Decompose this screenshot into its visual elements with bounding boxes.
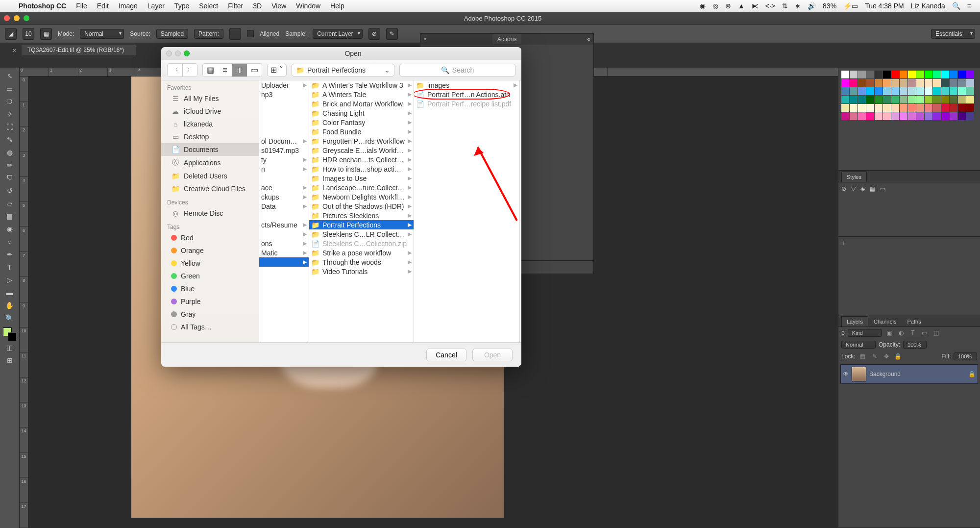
style-preset-icon[interactable]: ▽	[851, 185, 856, 192]
swatch[interactable]	[941, 112, 949, 120]
sync-icon[interactable]: ⊛	[725, 2, 731, 10]
stamp-tool[interactable]: ⛉	[2, 172, 18, 184]
sidebar-item-icloud[interactable]: ☁iCloud Drive	[161, 105, 259, 118]
sidebar-item-home[interactable]: ⌂lizkaneda	[161, 118, 259, 130]
mask-mode-icon[interactable]: ◫	[2, 341, 18, 354]
column-1[interactable]: Uploader▶np3ol Documents▶s01947.mp3ty▶n▶…	[259, 80, 309, 342]
swatch[interactable]	[866, 96, 874, 103]
swatch[interactable]	[925, 71, 932, 78]
swatch[interactable]	[850, 104, 858, 112]
swatch[interactable]	[950, 71, 957, 78]
sidebar-tag[interactable]: Green	[161, 270, 259, 282]
file-item[interactable]: 📁A Winter's Tale Workflow 3▶	[309, 80, 414, 90]
swatch[interactable]	[925, 87, 932, 95]
swatch[interactable]	[883, 71, 891, 78]
swatch[interactable]	[891, 79, 899, 87]
pressure-icon[interactable]: ✎	[386, 28, 398, 40]
sidebar-tag[interactable]: Yellow	[161, 257, 259, 270]
opacity-input[interactable]: 100%	[903, 341, 927, 349]
dialog-zoom-button[interactable]	[184, 50, 190, 56]
file-item[interactable]: 📄Sleeklens C…Collection.zip	[309, 239, 414, 248]
filter-smart-icon[interactable]: ◫	[932, 329, 941, 337]
menu-extras-icon[interactable]: ≡	[967, 2, 971, 10]
swatch[interactable]	[891, 96, 899, 103]
sidebar-tag[interactable]: Orange	[161, 244, 259, 257]
sample-ignore-icon[interactable]: ⊘	[368, 28, 380, 40]
sidebar-item-documents[interactable]: 📄Documents	[161, 143, 259, 156]
battery-pct[interactable]: 83%	[823, 2, 836, 10]
styles-tab[interactable]: Styles	[841, 172, 867, 182]
layers-tab[interactable]: Layers	[841, 316, 868, 327]
file-item[interactable]: 📁Out of the Shadows (HDR)▶	[309, 201, 414, 211]
menu-window[interactable]: Window	[296, 2, 320, 10]
menu-select[interactable]: Select	[199, 2, 218, 10]
wifi-icon[interactable]: ⧔	[752, 2, 759, 10]
swatch[interactable]	[966, 96, 974, 103]
swatch[interactable]	[958, 87, 966, 95]
file-item[interactable]: ckups▶	[259, 192, 309, 201]
file-item[interactable]: 📁Strike a pose workflow▶	[309, 248, 414, 257]
menu-file[interactable]: File	[76, 2, 87, 10]
file-item[interactable]: 📁Greyscale E…ials Workflow▶	[309, 146, 414, 155]
sidebar-tag[interactable]: Gray	[161, 308, 259, 321]
zoom-tool[interactable]: 🔍	[2, 312, 18, 325]
arrange-button[interactable]: ⊞ ˅	[267, 64, 287, 76]
swatches-panel[interactable]	[838, 68, 980, 123]
swatch[interactable]	[941, 87, 949, 95]
brush-preset-icon[interactable]: ◢	[5, 28, 17, 40]
swatch[interactable]	[933, 112, 941, 120]
file-item[interactable]	[259, 127, 309, 136]
magic-wand-tool[interactable]: ✧	[2, 108, 18, 121]
swatch[interactable]	[875, 79, 882, 87]
file-item[interactable]: ace▶	[259, 183, 309, 192]
dodge-tool[interactable]: ○	[2, 235, 18, 248]
swatch[interactable]	[916, 71, 924, 78]
code-icon[interactable]: <·>	[765, 2, 775, 10]
file-item[interactable]: 📁Chasing Light▶	[309, 108, 414, 118]
swatch[interactable]	[950, 112, 957, 120]
swatch[interactable]	[891, 87, 899, 95]
sidebar-item-allfiles[interactable]: ☰All My Files	[161, 92, 259, 105]
swatch[interactable]	[966, 87, 974, 95]
swatch[interactable]	[925, 112, 932, 120]
swatch[interactable]	[933, 79, 941, 87]
swatch[interactable]	[925, 104, 932, 112]
blend-mode-select[interactable]: Normal	[80, 29, 124, 39]
swatch[interactable]	[958, 104, 966, 112]
filter-kind-select[interactable]: Kind	[848, 329, 882, 337]
swatch[interactable]	[875, 87, 882, 95]
swatch[interactable]	[966, 112, 974, 120]
hand-tool[interactable]: ✋	[2, 299, 18, 312]
swatch[interactable]	[858, 104, 866, 112]
swatch[interactable]	[900, 96, 907, 103]
swatch[interactable]	[908, 112, 916, 120]
file-item[interactable]: Matic▶	[259, 248, 309, 257]
swatch[interactable]	[933, 71, 941, 78]
swatch[interactable]	[900, 79, 907, 87]
swatch[interactable]	[875, 96, 882, 103]
file-item[interactable]: 📁Food Bundle▶	[309, 127, 414, 136]
clock[interactable]: Tue 4:38 PM	[865, 2, 904, 10]
swatch[interactable]	[883, 87, 891, 95]
swatch[interactable]	[883, 112, 891, 120]
minimize-window-button[interactable]	[14, 15, 20, 21]
swatch[interactable]	[900, 112, 907, 120]
source-pattern-button[interactable]: Pattern:	[194, 29, 223, 39]
swatch[interactable]	[916, 79, 924, 87]
paths-tab[interactable]: Paths	[902, 316, 927, 327]
file-item[interactable]: 📁Forgotten P…rds Workflow▶	[309, 136, 414, 146]
file-item[interactable]: np3	[259, 90, 309, 99]
lock-pixels-icon[interactable]: ✎	[870, 352, 879, 360]
swatch[interactable]	[916, 104, 924, 112]
file-item[interactable]: ol Documents▶	[259, 136, 309, 146]
file-item[interactable]: 📁How to insta…shop actions▶	[309, 164, 414, 174]
swatch[interactable]	[933, 96, 941, 103]
swatch[interactable]	[966, 71, 974, 78]
volume-icon[interactable]: 🔊	[808, 2, 816, 10]
menu-3d[interactable]: 3D	[253, 2, 262, 10]
swatch[interactable]	[916, 96, 924, 103]
swatch[interactable]	[850, 96, 858, 103]
style-preset-icon[interactable]: ◈	[860, 185, 865, 192]
file-item[interactable]	[259, 211, 309, 220]
eraser-tool[interactable]: ▱	[2, 197, 18, 210]
